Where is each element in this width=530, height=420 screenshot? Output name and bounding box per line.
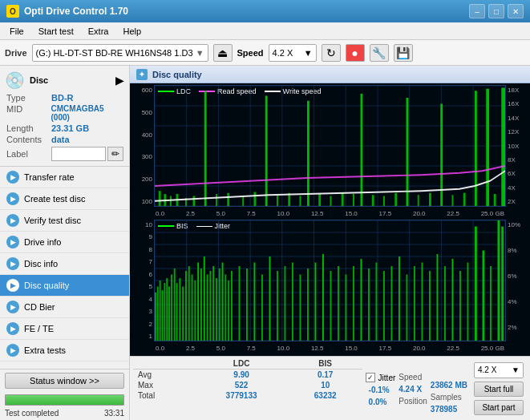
- svg-rect-52: [501, 88, 505, 207]
- svg-rect-106: [254, 263, 256, 341]
- disc-contents-row: Contents data: [5, 135, 124, 144]
- nav-disc-quality[interactable]: ▶ Disc quality: [0, 275, 129, 297]
- status-time: 33:31: [104, 409, 124, 418]
- svg-rect-77: [157, 287, 159, 341]
- eject-button[interactable]: ⏏: [213, 44, 233, 62]
- disc-header-icon[interactable]: ▶: [115, 74, 124, 87]
- disc-length-label: Length: [6, 123, 51, 133]
- avg-ldc: 9.90: [194, 370, 288, 381]
- disc-label-input[interactable]: [51, 147, 106, 161]
- settings-button2[interactable]: 🔧: [370, 44, 389, 62]
- svg-rect-50: [486, 89, 489, 206]
- menu-extra[interactable]: Extra: [82, 25, 115, 38]
- svg-rect-38: [353, 194, 354, 206]
- svg-rect-118: [346, 275, 347, 341]
- toolbar: Drive (G:) HL-DT-ST BD-RE WH16NS48 1.D3 …: [0, 40, 530, 66]
- svg-rect-44: [418, 195, 419, 206]
- stats-max-row: Max 522 10: [133, 380, 362, 390]
- jitter-checkbox[interactable]: ✓: [366, 373, 375, 382]
- chart1-wrapper: 600 500 400 300 200 100 LDC: [131, 85, 528, 207]
- svg-rect-137: [490, 266, 492, 341]
- nav-extra-tests[interactable]: ▶ Extra tests: [0, 340, 129, 361]
- svg-rect-115: [322, 254, 324, 341]
- svg-rect-49: [475, 91, 477, 206]
- speed-select[interactable]: 4.2 X ▼: [269, 44, 317, 62]
- maximize-button[interactable]: □: [488, 4, 504, 18]
- nav-disc-info[interactable]: ▶ Disc info: [0, 253, 129, 275]
- svg-rect-125: [399, 256, 400, 341]
- jitter-section: ✓ Jitter -0.1% 0.0%: [366, 358, 396, 418]
- disc-quality-icon: ✦: [136, 69, 148, 80]
- disc-header: 💿 Disc ▶: [5, 71, 124, 90]
- settings-button1[interactable]: ●: [346, 44, 365, 62]
- stats-table-area: LDC BIS Avg 9.90 0.17 Max 522: [133, 358, 362, 418]
- chart1-y-right: 18X 16X 14X 12X 10X 8X 6X 4X 2X: [506, 85, 528, 207]
- drive-select[interactable]: (G:) HL-DT-ST BD-RE WH16NS48 1.D3 ▼: [32, 44, 208, 62]
- main-container: 💿 Disc ▶ Type BD-R MID CMCMAGBA5 (000) L…: [0, 66, 530, 420]
- speed-label: Speed: [237, 48, 264, 58]
- svg-rect-130: [437, 254, 439, 341]
- avg-label: Avg: [133, 370, 194, 381]
- svg-rect-89: [188, 266, 190, 341]
- save-button[interactable]: 💾: [394, 44, 413, 62]
- svg-rect-121: [368, 269, 370, 341]
- minimize-button[interactable]: –: [469, 4, 485, 18]
- nav-fe-te[interactable]: ▶ FE / TE: [0, 318, 129, 340]
- disc-quality-title: Disc quality: [152, 70, 202, 79]
- svg-rect-33: [300, 196, 301, 207]
- samples-value: 378985: [431, 405, 467, 414]
- close-button[interactable]: ✕: [508, 4, 524, 18]
- menu-help[interactable]: Help: [116, 25, 148, 38]
- nav-disc-info-icon: ▶: [6, 257, 19, 270]
- start-full-button[interactable]: Start full: [474, 382, 524, 397]
- nav-cd-bier[interactable]: ▶ CD Bier: [0, 297, 129, 318]
- svg-rect-122: [376, 263, 378, 341]
- svg-rect-19: [159, 191, 161, 206]
- svg-rect-101: [225, 275, 226, 341]
- disc-label-edit-button[interactable]: ✏: [107, 147, 123, 161]
- action-speed-value: 4.2 X: [478, 365, 496, 374]
- svg-rect-100: [222, 263, 224, 341]
- svg-rect-99: [219, 269, 220, 341]
- nav-transfer-rate[interactable]: ▶ Transfer rate: [0, 167, 129, 188]
- nav-transfer-rate-icon: ▶: [6, 171, 19, 184]
- svg-rect-51: [494, 194, 496, 206]
- nav-create-test-disc[interactable]: ▶ Create test disc: [0, 188, 129, 210]
- start-part-label: Start part: [482, 403, 515, 412]
- total-label: Total: [133, 390, 194, 401]
- nav-drive-info-icon: ▶: [6, 236, 19, 248]
- position-section: 23862 MB Samples 378985: [431, 358, 467, 418]
- svg-rect-124: [391, 266, 393, 341]
- svg-rect-86: [179, 278, 180, 341]
- jitter-check-row: ✓ Jitter: [366, 373, 396, 382]
- nav-create-test-disc-icon: ▶: [6, 192, 19, 205]
- svg-rect-112: [300, 275, 301, 341]
- chart2-main: BIS Jitter: [154, 220, 506, 341]
- refresh-button[interactable]: ↻: [322, 44, 341, 62]
- disc-type-row: Type BD-R: [5, 93, 124, 103]
- speed-arrow-icon: ▼: [304, 48, 313, 58]
- svg-rect-31: [277, 195, 278, 206]
- svg-rect-83: [171, 275, 172, 341]
- svg-rect-28: [242, 196, 244, 207]
- nav-verify-test-disc[interactable]: ▶ Verify test disc: [0, 210, 129, 232]
- disc-mid-label: MID: [6, 104, 51, 122]
- svg-rect-123: [383, 271, 385, 341]
- nav-drive-info[interactable]: ▶ Drive info: [0, 232, 129, 253]
- action-section: 4.2 X ▼ Start full Start part: [471, 358, 527, 418]
- menu-start-test[interactable]: Start test: [32, 25, 80, 38]
- svg-rect-94: [204, 256, 205, 341]
- action-speed-arrow-icon: ▼: [512, 365, 520, 374]
- nav-disc-quality-label: Disc quality: [24, 281, 69, 290]
- chart2-x-axis: 0.0 2.5 5.0 7.5 10.0 12.5 15.0 17.5 20.0…: [154, 341, 506, 354]
- svg-rect-96: [209, 271, 211, 341]
- start-part-button[interactable]: Start part: [474, 400, 524, 415]
- avg-bis: 0.17: [289, 370, 362, 381]
- disc-label-row: Label ✏: [5, 147, 124, 161]
- menu-file[interactable]: File: [3, 25, 30, 38]
- chart2-y-left: 10 9 8 7 6 5 4 3 2 1: [131, 220, 154, 341]
- svg-rect-41: [383, 196, 385, 207]
- disc-quality-header: ✦ Disc quality: [130, 66, 530, 83]
- action-speed-select[interactable]: 4.2 X ▼: [474, 362, 524, 378]
- status-window-button[interactable]: Status window >>: [5, 373, 124, 389]
